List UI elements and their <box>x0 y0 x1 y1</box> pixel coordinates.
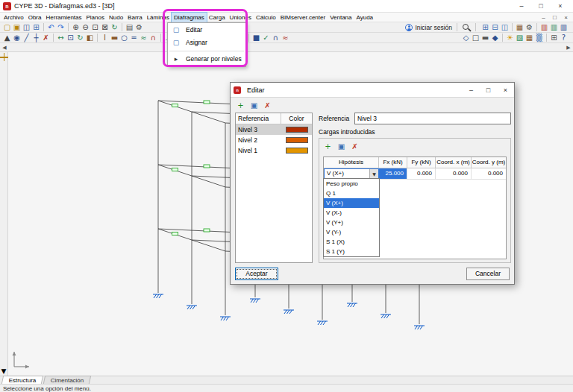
buckling-icon[interactable]: ≈ <box>139 33 148 42</box>
menu-item-editar[interactable]: ▢ Editar <box>168 24 245 37</box>
save-job-icon[interactable]: ◫ <box>22 22 31 32</box>
option-q1[interactable]: Q 1 <box>324 189 379 198</box>
dialog-minimize-button[interactable]: – <box>463 83 480 97</box>
menu-archivo[interactable]: Archivo <box>1 13 26 22</box>
option-s1-y[interactable]: S 1 (Y) <box>324 247 379 256</box>
full-screen-icon[interactable]: ⊞ <box>549 33 559 42</box>
menu-herramientas[interactable]: Herramientas <box>43 13 84 22</box>
cell-fy[interactable]: 0.000 <box>407 168 436 179</box>
color-swatch[interactable] <box>286 127 308 133</box>
dialog-close-button[interactable]: × <box>497 83 514 97</box>
cell-coord-x[interactable]: 0.000 <box>436 168 472 179</box>
menu-bimserver[interactable]: BIMserver.center <box>278 13 328 22</box>
levels-table[interactable]: Referencia Color Nivel 3 Nivel 2 Nivel 1 <box>235 113 313 263</box>
deformed-shape-icon[interactable]: ≈ <box>281 33 290 42</box>
color-swatch[interactable] <box>286 148 308 154</box>
dialog-maximize-button[interactable]: □ <box>480 83 497 97</box>
perspective-icon[interactable]: ◆ <box>490 33 500 42</box>
view-front-icon[interactable]: □ <box>471 33 480 42</box>
new-node-icon[interactable]: ◉ <box>12 33 22 42</box>
window-views-icon[interactable]: ◫ <box>500 22 510 32</box>
new-bar-icon[interactable]: ╱ <box>22 33 31 42</box>
window-tile-icon[interactable]: ⊞ <box>480 22 490 32</box>
option-s1-x[interactable]: S 1 (X) <box>324 237 379 247</box>
menu-ventana[interactable]: Ventana <box>328 13 354 22</box>
zoom-out-icon[interactable]: ⊖ <box>81 22 90 32</box>
intermediate-node-icon[interactable]: ┼ <box>31 33 41 42</box>
textures-icon[interactable]: ▦ <box>525 33 534 42</box>
color-palette-icon[interactable]: ▦ <box>515 22 525 32</box>
mdi-restore-button[interactable]: □ <box>549 14 560 21</box>
option-peso-propio[interactable]: Peso propio <box>324 179 379 189</box>
table-row-nivel-1[interactable]: Nivel 1 <box>236 145 312 156</box>
cell-fx[interactable]: 25.000 <box>379 168 407 179</box>
cell-coord-y[interactable]: 0.000 <box>472 168 506 179</box>
delete-element-icon[interactable]: ✗ <box>262 100 273 110</box>
copy-element-icon[interactable]: ▣ <box>336 141 347 151</box>
copy-icon[interactable]: ⊡ <box>66 33 75 42</box>
menu-planos[interactable]: Planos <box>84 13 107 22</box>
mdi-minimize-button[interactable]: – <box>538 14 549 21</box>
maximize-button[interactable]: □ <box>531 0 551 12</box>
menu-item-asignar[interactable]: ▢ Asignar <box>168 37 245 49</box>
menu-nudo[interactable]: Nudo <box>107 13 125 22</box>
zoom-in-icon[interactable]: ⊕ <box>71 22 81 32</box>
bar-hinge-icon[interactable]: ○ <box>119 33 129 42</box>
report-red-icon[interactable]: ▥ <box>539 22 549 32</box>
move-icon[interactable]: ↔ <box>56 33 66 42</box>
mdi-close-button[interactable]: × <box>560 14 572 21</box>
undo-icon[interactable]: ↶ <box>46 22 56 32</box>
hipotesis-combobox[interactable]: V (X+) ▼ <box>324 168 379 179</box>
zoom-extents-icon[interactable]: ⊠ <box>100 22 110 32</box>
cancelar-button[interactable]: Cancelar <box>466 268 510 280</box>
table-row-nivel-3[interactable]: Nivel 3 <box>236 124 312 135</box>
scroll-right-icon[interactable]: ▶ <box>565 44 572 51</box>
option-v-y-plus[interactable]: V (Y+) <box>324 218 379 227</box>
view-top-icon[interactable]: ▬ <box>480 33 490 42</box>
menu-carga[interactable]: Carga <box>207 13 228 22</box>
deflection-limit-icon[interactable]: ∩ <box>148 33 158 42</box>
mirror-icon[interactable]: ◧ <box>85 33 95 42</box>
menu-calculo[interactable]: Cálculo <box>254 13 278 22</box>
table-row-nivel-2[interactable]: Nivel 2 <box>236 135 312 145</box>
combo-dropdown-arrow-icon[interactable]: ▼ <box>369 169 378 178</box>
scroll-down-icon[interactable]: ▼ <box>0 367 7 375</box>
add-element-icon[interactable]: + <box>235 100 246 110</box>
tab-estructura[interactable]: Estructura <box>1 376 44 384</box>
window-cascade-icon[interactable]: ⊟ <box>490 22 500 32</box>
referencia-input[interactable] <box>354 113 511 124</box>
zoom-window-icon[interactable]: ⊡ <box>90 22 100 32</box>
report-blue-icon[interactable]: ▥ <box>559 22 569 32</box>
describe-material-icon[interactable]: ▬ <box>110 33 119 42</box>
envelopes-icon[interactable]: ∩ <box>271 33 281 42</box>
report-green-icon[interactable]: ▥ <box>549 22 559 32</box>
close-button[interactable]: × <box>551 0 570 12</box>
search-icon[interactable] <box>462 23 471 32</box>
light-icon[interactable]: ☀ <box>505 33 515 42</box>
menu-diafragmas[interactable]: Diafragmas <box>172 13 207 22</box>
redo-icon[interactable]: ↷ <box>56 22 66 32</box>
menu-laminas[interactable]: Láminas <box>145 13 172 22</box>
job-manager-icon[interactable]: ⊞ <box>31 22 41 32</box>
render-icon[interactable]: ▨ <box>515 33 525 42</box>
view-3d-icon[interactable]: ◇ <box>461 33 471 42</box>
delete-element-icon[interactable]: ✗ <box>349 141 360 151</box>
describe-profile-icon[interactable]: I <box>100 33 110 42</box>
open-job-icon[interactable]: ▣ <box>12 22 22 32</box>
menu-barra[interactable]: Barra <box>125 13 145 22</box>
aceptar-button[interactable]: Aceptar <box>235 268 278 280</box>
redraw-icon[interactable]: ↻ <box>110 22 119 32</box>
print-icon[interactable]: ▤ <box>125 22 134 32</box>
select-icon[interactable]: ▲ <box>2 33 12 42</box>
display-options-icon[interactable]: ⚙ <box>525 22 534 32</box>
rotate-icon[interactable]: ↻ <box>75 33 85 42</box>
calculate-icon[interactable]: ■ <box>251 33 261 42</box>
color-swatch[interactable] <box>286 137 308 143</box>
menu-ayuda[interactable]: Ayuda <box>354 13 376 22</box>
view-help-icon[interactable]: ? <box>559 33 569 42</box>
bar-tie-icon[interactable]: ═ <box>129 33 139 42</box>
delete-icon[interactable]: ✗ <box>41 33 51 42</box>
copy-element-icon[interactable]: ▣ <box>248 100 260 110</box>
crosshair-icon[interactable] <box>0 53 8 61</box>
tab-cimentacion[interactable]: Cimentación <box>43 376 92 384</box>
